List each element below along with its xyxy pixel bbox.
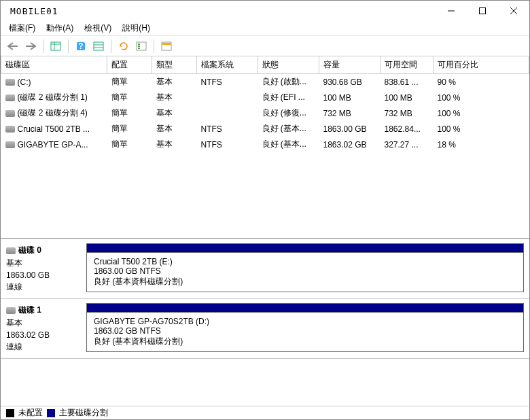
disk-icon xyxy=(5,94,15,101)
list-icon[interactable] xyxy=(133,38,149,54)
partition-bar[interactable]: Crucial T500 2TB (E:)1863.00 GB NTFS良好 (… xyxy=(86,243,524,292)
disk-icon xyxy=(5,126,15,133)
disk-icon xyxy=(5,110,15,117)
legend: 未配置 主要磁碟分割 xyxy=(1,406,529,419)
volume-row[interactable]: (C:)簡單基本NTFS良好 (啟動...930.68 GB838.61 ...… xyxy=(1,74,529,90)
volume-row[interactable]: Crucial T500 2TB ...簡單基本NTFS良好 (基本...186… xyxy=(1,121,529,137)
col-layout[interactable]: 配置 xyxy=(107,56,152,74)
col-capacity[interactable]: 容量 xyxy=(319,56,381,74)
logo-watermark: MOBILE01 xyxy=(6,5,63,17)
partition-status: 良好 (基本資料磁碟分割) xyxy=(94,276,516,287)
toolbar: ? xyxy=(1,36,529,56)
titlebar: MOBILE01 xyxy=(1,1,529,21)
menu-file[interactable]: 檔案(F) xyxy=(3,21,41,35)
disk-label[interactable]: 磁碟 0基本1863.00 GB連線 xyxy=(1,239,81,298)
partition-name: GIGABYTE GP-AG70S2TB (D:) xyxy=(94,317,516,326)
svg-rect-13 xyxy=(138,43,140,45)
legend-primary: 主要磁碟分割 xyxy=(59,407,108,419)
svg-rect-14 xyxy=(138,46,140,47)
volume-row[interactable]: GIGABYTE GP-A...簡單基本NTFS良好 (基本...1863.02… xyxy=(1,137,529,152)
help-icon[interactable]: ? xyxy=(73,38,89,54)
column-headers[interactable]: 磁碟區 配置 類型 檔案系統 狀態 容量 可用空間 可用百分比 xyxy=(1,56,529,74)
graph-icon[interactable] xyxy=(158,38,175,54)
back-button[interactable] xyxy=(5,38,21,54)
partition-status: 良好 (基本資料磁碟分割) xyxy=(94,336,516,347)
disk-graphical-view[interactable]: 磁碟 0基本1863.00 GB連線Crucial T500 2TB (E:)1… xyxy=(1,239,529,406)
col-type[interactable]: 類型 xyxy=(152,56,197,74)
col-status[interactable]: 狀態 xyxy=(258,56,319,74)
partition-size: 1863.02 GB NTFS xyxy=(94,326,516,336)
partition-bar[interactable]: GIGABYTE GP-AG70S2TB (D:)1863.02 GB NTFS… xyxy=(86,303,524,352)
svg-rect-17 xyxy=(162,43,171,45)
menu-help[interactable]: 說明(H) xyxy=(117,21,156,35)
volume-list[interactable]: 磁碟區 配置 類型 檔案系統 狀態 容量 可用空間 可用百分比 (C:)簡單基本… xyxy=(1,56,529,239)
menu-action[interactable]: 動作(A) xyxy=(41,21,79,35)
svg-rect-1 xyxy=(480,8,486,14)
forward-button[interactable] xyxy=(22,38,39,54)
maximize-button[interactable] xyxy=(467,1,498,21)
minimize-button[interactable] xyxy=(436,1,467,21)
disk-icon xyxy=(5,141,15,148)
partition-name: Crucial T500 2TB (E:) xyxy=(94,257,516,266)
svg-rect-4 xyxy=(51,42,60,50)
swatch-unallocated xyxy=(6,409,14,417)
volume-row[interactable]: (磁碟 2 磁碟分割 1)簡單基本良好 (EFI ...100 MB100 MB… xyxy=(1,90,529,105)
disk-row: 磁碟 1基本1863.02 GB連線GIGABYTE GP-AG70S2TB (… xyxy=(1,299,529,359)
view-icon[interactable] xyxy=(48,38,64,54)
col-fs[interactable]: 檔案系統 xyxy=(197,56,258,74)
svg-text:?: ? xyxy=(78,41,83,51)
disk-icon xyxy=(6,307,16,314)
refresh-icon[interactable] xyxy=(116,38,132,54)
disk-icon xyxy=(6,247,16,254)
disk-row: 磁碟 0基本1863.00 GB連線Crucial T500 2TB (E:)1… xyxy=(1,239,529,299)
col-pct[interactable]: 可用百分比 xyxy=(434,56,529,74)
svg-rect-15 xyxy=(138,48,140,49)
svg-rect-9 xyxy=(94,42,103,50)
legend-unallocated: 未配置 xyxy=(18,407,43,419)
detail-icon[interactable] xyxy=(90,38,107,54)
volume-row[interactable]: (磁碟 2 磁碟分割 4)簡單基本良好 (修復...732 MB732 MB10… xyxy=(1,105,529,121)
menubar: 檔案(F) 動作(A) 檢視(V) 說明(H) xyxy=(1,21,529,36)
menu-view[interactable]: 檢視(V) xyxy=(79,21,117,35)
col-volume[interactable]: 磁碟區 xyxy=(1,56,107,74)
disk-label[interactable]: 磁碟 1基本1863.02 GB連線 xyxy=(1,299,81,358)
col-free[interactable]: 可用空間 xyxy=(381,56,434,74)
partition-size: 1863.00 GB NTFS xyxy=(94,266,516,276)
disk-icon xyxy=(5,79,15,86)
close-button[interactable] xyxy=(498,1,529,21)
swatch-primary xyxy=(47,409,55,417)
